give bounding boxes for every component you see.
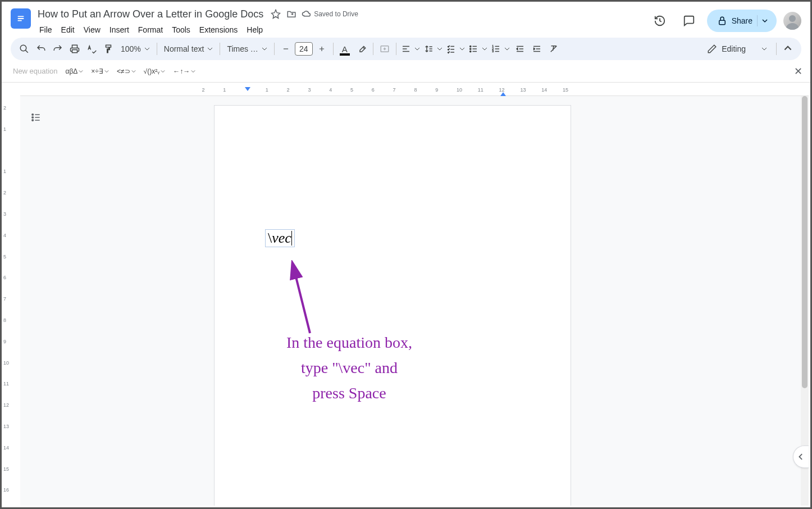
font-size-input[interactable]: 24 [295,42,313,56]
document-canvas: \\vecvec In the equation box, type "\vec… [20,96,809,506]
clear-formatting-icon[interactable] [546,41,562,57]
indent-decrease-icon[interactable] [512,41,528,57]
pencil-icon [707,44,717,54]
menu-help[interactable]: Help [243,23,267,37]
menu-tools[interactable]: Tools [168,23,194,37]
cloud-icon [302,9,312,19]
star-icon[interactable] [270,8,281,20]
menu-file[interactable]: File [35,23,56,37]
vertical-ruler[interactable]: 2112345678910111213141516 [3,105,11,506]
line-spacing-dropdown[interactable] [422,41,444,57]
svg-point-7 [470,48,471,49]
svg-point-3 [789,15,796,22]
svg-text:3: 3 [492,49,494,53]
numbered-list-dropdown[interactable]: 123 [490,41,511,57]
menu-insert[interactable]: Insert [106,23,133,37]
close-icon[interactable]: ✕ [794,65,802,78]
font-dropdown[interactable]: Times … [223,41,270,57]
eq-math-dropdown[interactable]: √()x²ᵧ [144,67,166,75]
eq-greek-dropdown[interactable]: αβΔ [66,67,84,75]
app-header: How to Put an Arrow Over a Letter in Goo… [2,2,810,38]
menu-edit[interactable]: Edit [57,23,79,37]
ruler-indent-marker-right[interactable] [500,92,506,96]
svg-point-8 [470,51,471,52]
paragraph-style-dropdown[interactable]: Normal text [161,41,217,57]
lock-icon [717,16,727,26]
svg-line-15 [293,266,310,333]
menu-view[interactable]: View [80,23,104,37]
redo-icon[interactable] [50,41,66,57]
horizontal-ruler[interactable]: 21123456789101112131415 [195,87,553,96]
svg-point-6 [470,46,471,47]
zoom-dropdown[interactable]: 100% [117,41,153,57]
comments-icon[interactable] [678,10,700,32]
text-color-icon[interactable]: A [337,41,353,57]
font-size-increase-icon[interactable] [314,41,330,57]
equation-input-box[interactable]: \\vecvec [265,229,295,247]
menu-extensions[interactable]: Extensions [195,23,241,37]
docs-logo-icon[interactable] [11,8,31,29]
svg-point-12 [32,114,34,116]
bullet-list-dropdown[interactable] [467,41,489,57]
insert-image-icon[interactable] [377,41,393,57]
hide-menus-icon[interactable] [780,41,796,57]
indent-increase-icon[interactable] [529,41,545,57]
ruler-indent-marker-top[interactable] [245,87,250,91]
main-toolbar: 100% Normal text Times … 24 A 123 Editin… [11,38,801,60]
svg-point-13 [32,117,34,119]
scrollbar-thumb[interactable] [802,96,808,388]
eq-arrows-dropdown[interactable]: ←↑→ [173,67,195,75]
eq-relations-dropdown[interactable]: <≠⊃ [117,67,136,75]
account-avatar[interactable] [783,12,801,30]
menu-format[interactable]: Format [134,23,167,37]
document-page[interactable]: \\vecvec In the equation box, type "\vec… [214,105,571,506]
undo-icon[interactable] [33,41,49,57]
eq-operators-dropdown[interactable]: ×÷∃ [91,67,109,75]
history-icon[interactable] [649,10,671,32]
spellcheck-icon[interactable] [84,41,99,57]
document-title[interactable]: How to Put an Arrow Over a Letter in Goo… [35,8,266,20]
checklist-dropdown[interactable] [445,41,466,57]
new-equation-label[interactable]: New equation [13,67,58,75]
font-size-decrease-icon[interactable] [278,41,294,57]
move-folder-icon[interactable] [286,8,297,20]
svg-rect-2 [719,20,725,25]
outline-toggle-icon[interactable] [28,110,44,125]
editing-mode-dropdown[interactable]: Editing [701,40,773,58]
annotation-arrow [282,260,316,339]
menu-bar: File Edit View Insert Format Tools Exten… [35,23,649,37]
align-dropdown[interactable] [400,41,421,57]
print-icon[interactable] [67,41,83,57]
svg-point-4 [20,45,26,51]
save-status: Saved to Drive [302,9,358,19]
share-button[interactable]: Share [707,10,777,32]
equation-toolbar: New equation αβΔ ×÷∃ <≠⊃ √()x²ᵧ ←↑→ ✕ [2,60,810,83]
share-dropdown-caret[interactable] [757,15,772,26]
svg-point-14 [32,120,34,121]
highlight-color-icon[interactable] [354,41,369,57]
annotation-text: In the equation box, type "\vec" and pre… [237,330,462,406]
scrollbar-track[interactable] [801,96,809,506]
paint-format-icon[interactable] [101,41,116,57]
search-menus-icon[interactable] [16,41,32,57]
